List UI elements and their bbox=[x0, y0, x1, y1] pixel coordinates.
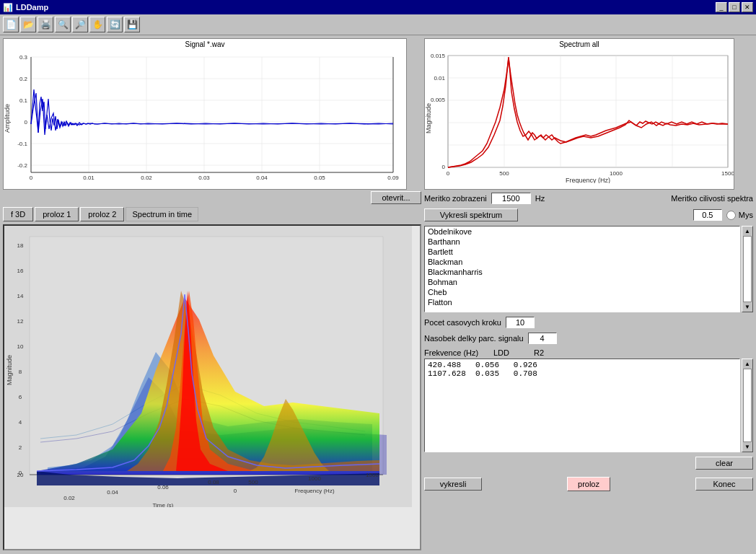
svg-text:0: 0 bbox=[442, 164, 446, 170]
listbox-item-flatton[interactable]: Flatton bbox=[425, 297, 739, 307]
nasobek-input[interactable] bbox=[528, 333, 557, 344]
print-button[interactable]: 🖨️ bbox=[38, 17, 53, 32]
listbox-scroll-up[interactable]: ▲ bbox=[744, 228, 750, 234]
svg-text:Amplitude: Amplitude bbox=[4, 104, 11, 133]
spectrum-svg: Magnitude 0.015 0.005 0 bbox=[425, 50, 734, 183]
listbox-item-bohman[interactable]: Bohman bbox=[425, 277, 739, 287]
zoom-out-button[interactable]: 🔎 bbox=[72, 17, 88, 32]
results-listbox[interactable]: 420.488 0.056 0.926 1107.628 0.035 0.708 bbox=[424, 359, 740, 452]
ldd-header: LDD bbox=[493, 348, 529, 357]
pocet-row: Pocet casovych kroku bbox=[424, 317, 753, 328]
svg-text:Frequency (Hz): Frequency (Hz) bbox=[566, 177, 610, 183]
svg-text:20: 20 bbox=[17, 472, 24, 478]
svg-text:0.04: 0.04 bbox=[107, 489, 118, 496]
app-title: LDDamp bbox=[16, 3, 48, 12]
results-scroll-up[interactable]: ▲ bbox=[744, 361, 750, 367]
svg-text:Time (s): Time (s) bbox=[152, 502, 173, 507]
tab-proloz1[interactable]: proloz 1 bbox=[35, 207, 79, 221]
svg-text:0.04: 0.04 bbox=[256, 175, 268, 181]
signal-chart-container: Signal *.wav Amplitude bbox=[3, 38, 421, 204]
svg-text:0: 0 bbox=[234, 488, 237, 494]
svg-text:0.05: 0.05 bbox=[314, 175, 325, 181]
svg-text:1000: 1000 bbox=[610, 170, 623, 177]
minimize-button[interactable]: _ bbox=[716, 2, 727, 12]
svg-text:16: 16 bbox=[17, 268, 24, 274]
svg-text:0.02: 0.02 bbox=[141, 175, 152, 181]
results-box-row: 420.488 0.056 0.926 1107.628 0.035 0.708… bbox=[424, 359, 753, 452]
results-scroll-down[interactable]: ▼ bbox=[744, 444, 750, 450]
listbox-item-barthann[interactable]: Barthann bbox=[425, 237, 739, 247]
clear-button[interactable]: clear bbox=[695, 457, 753, 470]
vykresli-row: Vykresli spektrum Mys bbox=[424, 208, 753, 221]
svg-text:Frequency (Hz): Frequency (Hz) bbox=[294, 488, 334, 494]
svg-text:4: 4 bbox=[19, 419, 22, 426]
listbox-scroll-down[interactable]: ▼ bbox=[744, 304, 750, 310]
tab-proloz2[interactable]: proloz 2 bbox=[80, 207, 124, 221]
new-button[interactable]: 📄 bbox=[3, 17, 19, 32]
svg-text:0.03: 0.03 bbox=[198, 175, 210, 181]
signal-chart: Signal *.wav Amplitude bbox=[3, 38, 407, 190]
results-header-row: Frekvence (Hz) LDD R2 bbox=[424, 348, 753, 357]
svg-text:0.005: 0.005 bbox=[431, 97, 446, 103]
spectrum-chart-container: Spectrum all Magnitude bbox=[424, 38, 734, 190]
svg-text:0.09: 0.09 bbox=[387, 175, 399, 181]
open-file-button[interactable]: otevrit... bbox=[371, 191, 421, 204]
svg-text:0.01: 0.01 bbox=[83, 175, 94, 181]
title-bar: 📊 LDDamp _ □ ✕ bbox=[0, 0, 756, 14]
listbox-item-obdelnikove[interactable]: Obdelnikove bbox=[425, 227, 739, 237]
freq-header: Frekvence (Hz) bbox=[424, 348, 489, 357]
svg-text:10: 10 bbox=[17, 343, 24, 350]
tabs-row: f 3D proloz 1 proloz 2 Spectrum in time bbox=[3, 207, 421, 221]
window-function-listbox[interactable]: Obdelnikove Barthann Bartlett Blackman B… bbox=[424, 226, 740, 312]
result-row-2: 1107.628 0.035 0.708 bbox=[428, 369, 737, 378]
svg-text:500: 500 bbox=[499, 170, 509, 177]
rotate-button[interactable]: 🔄 bbox=[107, 17, 123, 32]
cilivost-input[interactable] bbox=[693, 209, 722, 221]
meritko-row: Meritko zobrazeni Hz Meritko cilivosti s… bbox=[424, 193, 753, 204]
maximize-button[interactable]: □ bbox=[729, 2, 740, 12]
pan-button[interactable]: ✋ bbox=[89, 17, 105, 32]
save-button[interactable]: 💾 bbox=[124, 17, 140, 32]
svg-text:0: 0 bbox=[447, 170, 450, 177]
meritko-input[interactable] bbox=[491, 193, 531, 204]
svg-text:0.3: 0.3 bbox=[19, 54, 28, 61]
open-button-toolbar[interactable]: 📂 bbox=[20, 17, 36, 32]
listbox-item-blackmanharris[interactable]: Blackmanharris bbox=[425, 267, 739, 277]
pocet-label: Pocet casovych kroku bbox=[424, 318, 501, 327]
svg-text:0.2: 0.2 bbox=[19, 76, 28, 82]
meritko-label: Meritko zobrazeni bbox=[424, 194, 487, 203]
svg-text:0.015: 0.015 bbox=[431, 53, 446, 59]
r2-header: R2 bbox=[534, 348, 563, 357]
listbox-item-blackman[interactable]: Blackman bbox=[425, 257, 739, 267]
svg-text:8: 8 bbox=[19, 369, 22, 375]
mys-radio[interactable] bbox=[726, 211, 736, 220]
tab-f3d[interactable]: f 3D bbox=[3, 207, 33, 221]
spectrum-3d-container: Magnitude 0 2 4 6 8 10 12 14 16 18 bbox=[3, 224, 421, 550]
proloz-button[interactable]: proloz bbox=[567, 477, 610, 491]
open-btn-row: otevrit... bbox=[3, 191, 421, 204]
svg-text:-0.2: -0.2 bbox=[17, 162, 27, 169]
svg-text:0.01: 0.01 bbox=[434, 75, 445, 82]
close-button[interactable]: ✕ bbox=[742, 2, 753, 12]
right-panel: Spectrum all Magnitude bbox=[424, 38, 753, 550]
svg-text:500: 500 bbox=[248, 479, 258, 485]
svg-text:0.1: 0.1 bbox=[19, 97, 28, 104]
main-content: Signal *.wav Amplitude bbox=[0, 35, 756, 553]
toolbar: 📄 📂 🖨️ 🔍 🔎 ✋ 🔄 💾 bbox=[0, 14, 756, 35]
svg-text:14: 14 bbox=[17, 293, 24, 299]
nasobek-label: Nasobek delky parc. signalu bbox=[424, 334, 524, 343]
result-row-1: 420.488 0.056 0.926 bbox=[428, 361, 737, 369]
bottom-buttons-row: vykresli proloz Konec bbox=[424, 477, 753, 491]
vykresli-button[interactable]: vykresli bbox=[424, 478, 482, 491]
svg-text:Time (s): Time (s) bbox=[201, 183, 224, 183]
konec-button[interactable]: Konec bbox=[695, 478, 753, 491]
svg-text:0: 0 bbox=[30, 175, 33, 181]
listbox-item-cheb[interactable]: Cheb bbox=[425, 287, 739, 297]
listbox-item-bartlett[interactable]: Bartlett bbox=[425, 247, 739, 257]
mys-radio-group: Mys bbox=[726, 211, 753, 220]
vykresli-spektrum-button[interactable]: Vykresli spektrum bbox=[424, 208, 518, 221]
zoom-in-button[interactable]: 🔍 bbox=[55, 17, 71, 32]
pocet-input[interactable] bbox=[506, 317, 535, 328]
left-panel: Signal *.wav Amplitude bbox=[3, 38, 421, 550]
svg-text:Magnitude: Magnitude bbox=[6, 355, 13, 385]
